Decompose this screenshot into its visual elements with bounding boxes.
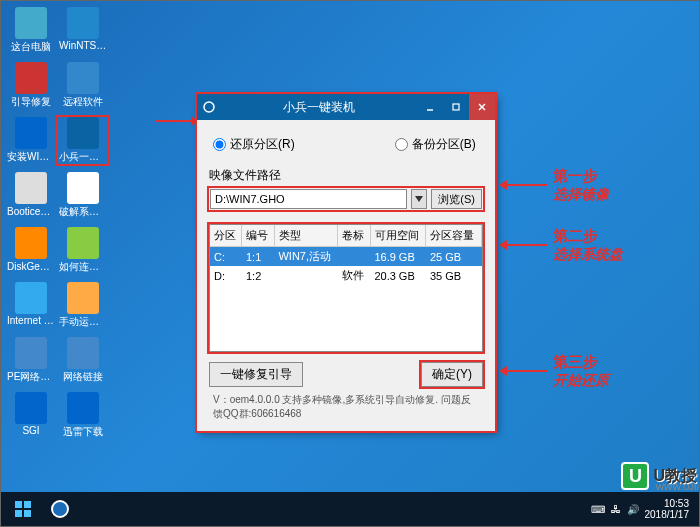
table-header[interactable]: 类型 — [274, 225, 337, 247]
desktop-icon-sgi[interactable]: SGI — [6, 392, 56, 439]
path-dropdown-button[interactable] — [411, 189, 427, 209]
clock[interactable]: 10:53 2018/1/17 — [645, 498, 690, 520]
maximize-button[interactable] — [443, 94, 469, 120]
table-header[interactable]: 卷标 — [338, 225, 370, 247]
svg-rect-17 — [24, 510, 31, 517]
desktop-icon-label: 手动运行Ghost — [59, 315, 107, 329]
desktop-icon-bootice[interactable]: Bootice磁盘工具 — [6, 172, 56, 219]
close-button[interactable] — [469, 94, 495, 120]
table-header[interactable]: 分区 — [210, 225, 242, 247]
partition-table[interactable]: 分区编号类型卷标可用空间分区容量 C:1:1WIN7,活动 16.9 GB25 … — [209, 224, 483, 352]
pwdcrack-icon — [67, 172, 99, 204]
sgi-icon — [15, 392, 47, 424]
desktop-icon-label: DiskGenius分区工具 — [7, 260, 55, 274]
table-header[interactable]: 编号 — [242, 225, 274, 247]
desktop-icon-label: SGI — [22, 425, 39, 436]
winnt-icon — [67, 7, 99, 39]
svg-marker-11 — [499, 240, 507, 250]
table-row[interactable]: D:1:2 软件20.3 GB35 GB — [210, 266, 482, 285]
app-window: 小兵一键装机 还原分区(R) 备份分区(B) 映像文件路径 浏览(S) 分 — [197, 94, 495, 431]
tray-volume-icon[interactable]: 🔊 — [627, 504, 639, 515]
browse-button[interactable]: 浏览(S) — [431, 189, 482, 209]
titlebar[interactable]: 小兵一键装机 — [197, 94, 495, 120]
svg-marker-7 — [415, 196, 423, 202]
table-cell — [338, 247, 370, 267]
tray-keyboard-icon[interactable]: ⌨ — [591, 504, 605, 515]
watermark-icon: U — [621, 462, 649, 490]
remote-icon — [67, 62, 99, 94]
tray-network-icon[interactable]: 🖧 — [611, 504, 621, 515]
radio-restore[interactable]: 还原分区(R) — [213, 136, 295, 153]
table-header[interactable]: 分区容量 — [426, 225, 482, 247]
image-path-input[interactable] — [210, 189, 407, 209]
window-title: 小兵一键装机 — [221, 99, 417, 116]
table-row[interactable]: C:1:1WIN7,活动 16.9 GB25 GB — [210, 247, 482, 267]
arrow-step3 — [499, 363, 547, 379]
svg-marker-13 — [499, 366, 507, 376]
arrow-step2 — [499, 237, 547, 253]
desktop-icon-netlink[interactable]: 网络链接 — [58, 337, 108, 384]
desktop-icon-label: 破解系统密码 — [59, 205, 107, 219]
wifi-icon — [67, 227, 99, 259]
table-cell: C: — [210, 247, 242, 267]
desktop-icon-label: 远程软件 — [63, 95, 103, 109]
desktop-icon-label: 如何连接无线网络 — [59, 260, 107, 274]
system-tray: ⌨ 🖧 🔊 10:53 2018/1/17 — [591, 498, 696, 520]
arrow-to-window — [155, 111, 199, 131]
table-header[interactable]: 可用空间 — [370, 225, 426, 247]
table-cell: 软件 — [338, 266, 370, 285]
ghost-icon — [67, 282, 99, 314]
radio-backup-input[interactable] — [395, 138, 408, 151]
desktop-icon-label: PE网络管理器 — [7, 370, 55, 384]
netlink-icon — [67, 337, 99, 369]
start-button[interactable] — [5, 494, 41, 524]
desktop-icon-ie[interactable]: Internet Explorer — [6, 282, 56, 329]
taskbar-app-onekey[interactable] — [41, 494, 79, 524]
desktop-icon-label: Bootice磁盘工具 — [7, 205, 55, 219]
netmgr-icon — [15, 337, 47, 369]
desktop-icon-label: Internet Explorer — [7, 315, 55, 326]
table-cell: 25 GB — [426, 247, 482, 267]
desktop-icon-label: 安装WIN7_64... — [7, 150, 55, 164]
svg-rect-4 — [453, 104, 459, 110]
desktop-icon-pc[interactable]: 这台电脑 — [6, 7, 56, 54]
desktop-icon-label: 这台电脑 — [11, 40, 51, 54]
onekey-icon — [67, 117, 99, 149]
svg-point-18 — [52, 501, 68, 517]
desktop-icon-onekey[interactable]: 小兵一键装机 — [58, 117, 108, 164]
desktop-icon-install[interactable]: 安装WIN7_64... — [6, 117, 56, 164]
desktop-icon-ghost[interactable]: 手动运行Ghost — [58, 282, 108, 329]
desktop-icon-label: WinNTSetup — [59, 40, 107, 51]
repair-boot-button[interactable]: 一键修复引导 — [209, 362, 303, 387]
desktop-icon-remote[interactable]: 远程软件 — [58, 62, 108, 109]
desktop-icon-thunder[interactable]: 迅雷下载 — [58, 392, 108, 439]
minimize-button[interactable] — [417, 94, 443, 120]
table-cell: 16.9 GB — [370, 247, 426, 267]
annotation-step3: 第三步 开始还原 — [553, 353, 609, 390]
radio-backup[interactable]: 备份分区(B) — [395, 136, 476, 153]
table-cell: WIN7,活动 — [274, 247, 337, 267]
arrow-step1 — [499, 177, 547, 193]
desktop-icon-wifi[interactable]: 如何连接无线网络 — [58, 227, 108, 274]
desktop-icon-winnt[interactable]: WinNTSetup — [58, 7, 108, 54]
desktop-icon-diskgenius[interactable]: DiskGenius分区工具 — [6, 227, 56, 274]
table-cell: 20.3 GB — [370, 266, 426, 285]
svg-rect-16 — [15, 510, 22, 517]
radio-restore-input[interactable] — [213, 138, 226, 151]
watermark: U U教授 WWW.UJIAOSHOU.COM — [621, 462, 697, 490]
desktop-icon-netmgr[interactable]: PE网络管理器 — [6, 337, 56, 384]
install-icon — [15, 117, 47, 149]
path-row: 浏览(S) — [209, 188, 483, 210]
table-cell: 1:1 — [242, 247, 274, 267]
path-label: 映像文件路径 — [209, 167, 483, 184]
ok-button[interactable]: 确定(Y) — [421, 362, 483, 387]
pc-icon — [15, 7, 47, 39]
desktop-icon-bootrepair[interactable]: 引导修复 — [6, 62, 56, 109]
svg-marker-9 — [499, 180, 507, 190]
desktop: 这台电脑WinNTSetup引导修复远程软件安装WIN7_64...小兵一键装机… — [1, 1, 161, 449]
ie-icon — [15, 282, 47, 314]
table-cell: 1:2 — [242, 266, 274, 285]
bootrepair-icon — [15, 62, 47, 94]
annotation-step2: 第二步 选择系统盘 — [553, 227, 623, 264]
desktop-icon-pwdcrack[interactable]: 破解系统密码 — [58, 172, 108, 219]
